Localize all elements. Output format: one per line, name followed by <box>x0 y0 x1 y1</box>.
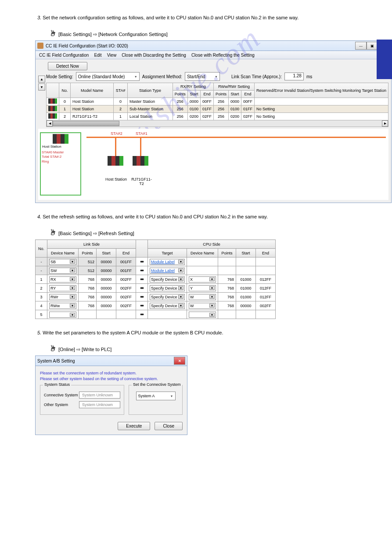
chapter-tab <box>377 40 392 79</box>
scroll-left-icon[interactable]: ◀ <box>47 120 53 127</box>
scan-time-input[interactable]: 1.28 <box>284 73 304 80</box>
assign-dropdown[interactable]: Start/End▼ <box>185 72 220 81</box>
table-row[interactable]: 2RY▼76800000002FF⬌Specify Device▼Y▼76801… <box>36 284 276 293</box>
device-dropdown[interactable]: W▼ <box>189 303 216 309</box>
network-line <box>86 137 386 138</box>
system-status-group: System Status Connective SystemSystem Un… <box>40 385 124 415</box>
app-icon <box>37 43 43 49</box>
module-icon <box>48 98 57 104</box>
menubar: CC IE Field Configuration Edit View Clos… <box>36 51 391 59</box>
device-dropdown[interactable]: Y▼ <box>189 285 216 291</box>
device-dropdown[interactable]: ▼ <box>189 312 216 318</box>
step-text-3: 5. Write the set parameters to the syste… <box>37 330 366 335</box>
device-dropdown[interactable]: Specify Device▼ <box>150 276 185 283</box>
menu-edit[interactable]: Edit <box>94 53 101 58</box>
ccie-window: CC IE Field Configuration (Start I/O: 00… <box>35 40 392 203</box>
close-dialog-button[interactable]: Close <box>155 422 183 430</box>
table-row[interactable]: -SB▼51200000001FF⬌Module Label▼ <box>36 258 276 266</box>
device-dropdown[interactable]: SB▼ <box>49 259 76 265</box>
transfer-icon: ⬌ <box>140 259 144 264</box>
device-dropdown[interactable]: Specify Device▼ <box>150 303 185 309</box>
transfer-icon: ⬌ <box>140 294 144 299</box>
system-ab-window: System A/B Setting ✕ Please set the conn… <box>35 355 187 435</box>
menu-reflect[interactable]: Close with Reflecting the Setting <box>191 53 255 58</box>
device-dropdown[interactable]: Module Label▼ <box>150 259 185 265</box>
assign-label: Assignment Method: <box>142 74 182 79</box>
refresh-grid: No. Link Side CPU Side Device NamePoints… <box>35 239 276 319</box>
system-select-dropdown[interactable]: System A▼ <box>136 392 176 400</box>
horizontal-scrollbar[interactable]: ◀ ▶ <box>46 120 388 127</box>
table-row[interactable]: 0Host Station0Master Station 256000000FF… <box>47 98 388 105</box>
titlebar: CC IE Field Configuration (Start I/O: 00… <box>36 41 391 51</box>
table-row[interactable]: 3RWr▼76800000002FF⬌Specify Device▼W▼7680… <box>36 293 276 301</box>
set-connective-group: Set the Connective System System A▼ <box>129 385 183 415</box>
navigate-icon-2: 🖱 [Basic Settings] ⇨ [Refresh Setting] <box>48 228 366 237</box>
transfer-icon: ⬌ <box>140 303 144 308</box>
scroll-thumb[interactable] <box>53 121 119 126</box>
ab-message: Please set the connective system of redu… <box>40 370 183 381</box>
transfer-icon: ⬌ <box>140 285 144 290</box>
module-icon <box>53 134 68 144</box>
table-row[interactable]: -SW▼51200000001FF⬌Module Label▼ <box>36 266 276 275</box>
mode-dropdown[interactable]: Online (Standard Mode)▼ <box>76 72 140 81</box>
row-up-button[interactable]: ▲ <box>38 76 45 83</box>
ab-titlebar: System A/B Setting ✕ <box>36 356 187 366</box>
network-line <box>140 137 141 156</box>
other-value: System Unknown <box>79 401 120 408</box>
scroll-right-icon[interactable]: ▶ <box>382 120 388 127</box>
transfer-icon: ⬌ <box>140 276 144 282</box>
step-num-2: 4. <box>37 214 41 219</box>
device-dropdown[interactable]: Specify Device▼ <box>150 285 185 291</box>
row-down-button[interactable]: ▼ <box>38 83 45 91</box>
device-dropdown[interactable]: Specify Device▼ <box>150 294 185 300</box>
ab-close-button[interactable]: ✕ <box>174 357 185 365</box>
scan-unit: ms <box>306 74 312 79</box>
window-title: CC IE Field Configuration (Start I/O: 00… <box>46 44 355 48</box>
host-info: STA#0 MasterTotal STA#:2Ring <box>41 149 80 166</box>
table-row[interactable]: 4RWw▼76800000002FF⬌Specify Device▼W▼7680… <box>36 301 276 310</box>
device-dropdown[interactable]: ▼ <box>49 312 76 318</box>
module-icon <box>48 106 57 111</box>
station-grid: No. Model Name STA# Station Type RX/RY S… <box>46 83 388 120</box>
device-dropdown[interactable]: RWw▼ <box>49 303 76 309</box>
sta2-label: STA#2 <box>111 131 122 136</box>
table-row[interactable]: 5▼⬌▼ <box>36 310 276 319</box>
execute-button[interactable]: Execute <box>118 422 150 430</box>
menu-cfg[interactable]: CC IE Field Configuration <box>39 53 89 58</box>
network-line <box>115 137 116 156</box>
station-module-icon[interactable] <box>133 156 148 166</box>
table-row[interactable]: 1RX▼76800000002FF⬌Specify Device▼X▼76801… <box>36 275 276 284</box>
navigate-icon-3: 🖱 [Online] ⇨ [Write to PLC] <box>48 344 366 353</box>
device-dropdown[interactable]: Module Label▼ <box>150 268 185 274</box>
device-dropdown[interactable]: W▼ <box>189 294 216 300</box>
table-row[interactable]: 1Host Station2Sub-Master Station 2560100… <box>47 105 388 113</box>
transfer-icon: ⬌ <box>140 268 144 273</box>
device-dropdown[interactable]: RX▼ <box>49 276 76 283</box>
step-text-1: 3. Set the network configuration setting… <box>37 15 366 20</box>
navigate-icon-1: 🖱 [Basic Settings] ⇨ [Network Configurat… <box>48 29 366 38</box>
step-text-2: 4. Set the refresh setting as follows, a… <box>37 214 366 219</box>
menu-view[interactable]: View <box>107 53 117 58</box>
device-dropdown[interactable]: RWr▼ <box>49 294 76 300</box>
sta1-label: STA#1 <box>136 131 147 136</box>
topology-view: Host Station STA#0 MasterTotal STA#:2Rin… <box>38 129 388 200</box>
minimize-button[interactable]: — <box>355 42 367 50</box>
detect-now-button[interactable]: Detect Now <box>48 62 87 70</box>
connective-value: System Unknown <box>79 392 120 399</box>
device-dropdown[interactable]: RY▼ <box>49 285 76 291</box>
station-label: RJ71GF11-T2 <box>129 177 154 186</box>
transfer-icon: ⬌ <box>140 312 144 317</box>
table-row[interactable]: 2RJ71GF11-T21Local Station 256020002FF 2… <box>47 113 388 120</box>
device-dropdown[interactable]: X▼ <box>189 276 216 283</box>
ab-title: System A/B Setting <box>37 359 174 363</box>
menu-discard[interactable]: Close with Discarding the Setting <box>122 53 186 58</box>
station-module-icon[interactable] <box>108 156 123 166</box>
step-num-3: 5. <box>37 330 41 335</box>
device-dropdown[interactable]: SW▼ <box>49 268 76 274</box>
mode-label: Mode Setting: <box>46 74 73 79</box>
step-num-1: 3. <box>37 15 41 20</box>
host-station-box[interactable]: Host Station STA#0 MasterTotal STA#:2Rin… <box>40 132 81 196</box>
module-icon <box>48 113 57 119</box>
scan-label: Link Scan Time (Approx.): <box>231 74 282 79</box>
station-label: Host Station <box>104 177 128 181</box>
